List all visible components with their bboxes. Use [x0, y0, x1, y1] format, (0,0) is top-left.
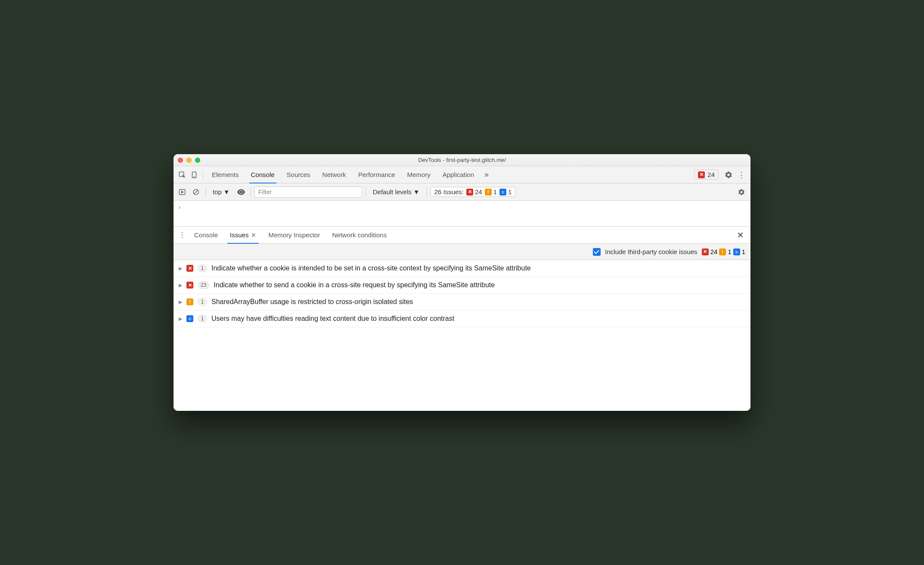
- tab-memory[interactable]: Memory: [401, 166, 437, 183]
- log-levels-selector[interactable]: Default levels ▼: [369, 188, 423, 196]
- drawer-tab-strip: ⋮ Console Issues ✕ Memory Inspector Netw…: [174, 227, 750, 244]
- issue-row[interactable]: ▶ ✕ 23 Indicate whether to send a cookie…: [174, 277, 750, 294]
- issue-count: 23: [198, 281, 209, 289]
- kebab-menu-icon[interactable]: ⋮: [735, 170, 748, 180]
- live-expression-icon[interactable]: [235, 186, 247, 198]
- drawer-tab-memory-inspector[interactable]: Memory Inspector: [262, 227, 326, 243]
- issue-row[interactable]: ▶ ✕ 1 Indicate whether a cookie is inten…: [174, 260, 750, 277]
- tab-elements[interactable]: Elements: [206, 166, 245, 183]
- zoom-window-button[interactable]: [195, 158, 200, 163]
- tab-label: Memory: [407, 171, 431, 178]
- separator: [203, 170, 203, 180]
- warning-chip[interactable]: !1: [719, 248, 731, 255]
- titlebar: DevTools - first-party-test.glitch.me/: [174, 154, 750, 166]
- warning-icon: !: [485, 189, 492, 196]
- chevron-down-icon: ▼: [413, 188, 420, 196]
- error-count: 24: [475, 188, 482, 196]
- close-drawer-icon[interactable]: ✕: [733, 230, 748, 240]
- context-label: top: [213, 188, 222, 196]
- tab-label: Application: [443, 171, 474, 178]
- drawer-tab-network-conditions[interactable]: Network conditions: [326, 227, 393, 243]
- issue-title: Indicate whether a cookie is intended to…: [211, 264, 745, 272]
- tab-performance[interactable]: Performance: [352, 166, 401, 183]
- separator: [427, 187, 427, 197]
- error-icon: ✕: [186, 282, 193, 289]
- tab-application[interactable]: Application: [437, 166, 480, 183]
- disclosure-icon: ▶: [179, 299, 182, 305]
- error-icon: ✕: [186, 265, 193, 272]
- issue-count: 1: [198, 315, 207, 323]
- issue-title: SharedArrayBuffer usage is restricted to…: [211, 298, 745, 306]
- drawer-tab-console[interactable]: Console: [188, 227, 224, 243]
- checkbox-label: Include third-party cookie issues: [605, 248, 697, 255]
- device-toolbar-icon[interactable]: [188, 169, 200, 181]
- drawer-tab-issues[interactable]: Issues ✕: [224, 227, 262, 243]
- error-icon: ✕: [698, 171, 705, 178]
- info-icon: ≡: [499, 189, 506, 196]
- disclosure-icon: ▶: [179, 316, 182, 322]
- warning-icon: !: [186, 298, 193, 305]
- disclosure-icon: ▶: [179, 266, 182, 271]
- issues-summary[interactable]: 26 Issues: ✕24 !1 ≡1: [431, 187, 516, 197]
- tab-label: Console: [251, 171, 275, 178]
- warning-icon: !: [719, 248, 726, 255]
- warning-count: 1: [493, 188, 497, 196]
- svg-point-7: [239, 190, 242, 193]
- tab-label: Performance: [358, 171, 395, 178]
- issue-row[interactable]: ▶ ≡ 1 Users may have difficulties readin…: [174, 310, 750, 327]
- include-third-party-checkbox[interactable]: [593, 248, 601, 256]
- filter-input[interactable]: [254, 186, 362, 198]
- drawer-kebab-icon[interactable]: ⋮: [176, 231, 188, 239]
- devtools-window: DevTools - first-party-test.glitch.me/ E…: [174, 154, 750, 411]
- issues-summary-label: 26 Issues:: [434, 188, 464, 196]
- info-chip[interactable]: ≡1: [733, 248, 745, 255]
- error-icon: ✕: [466, 189, 473, 196]
- error-icon: ✕: [702, 248, 709, 255]
- error-chip[interactable]: ✕24: [702, 248, 718, 255]
- settings-gear-icon[interactable]: [722, 171, 735, 179]
- issues-list: ▶ ✕ 1 Indicate whether a cookie is inten…: [174, 260, 750, 411]
- issue-title: Users may have difficulties reading text…: [211, 315, 745, 323]
- issue-count: 1: [198, 298, 207, 306]
- chevron-down-icon: ▼: [223, 188, 230, 196]
- context-selector[interactable]: top ▼: [209, 187, 233, 196]
- error-count: 24: [710, 248, 718, 255]
- issue-count: 1: [198, 264, 207, 272]
- tab-console[interactable]: Console: [245, 166, 281, 183]
- main-tab-strip: Elements Console Sources Network Perform…: [174, 166, 750, 183]
- clear-console-icon[interactable]: [190, 186, 202, 198]
- window-title: DevTools - first-party-test.glitch.me/: [174, 157, 750, 163]
- top-error-badge[interactable]: ✕ 24: [694, 170, 719, 180]
- tab-sources[interactable]: Sources: [281, 166, 316, 183]
- info-icon: ≡: [186, 315, 193, 322]
- tab-label: Sources: [287, 171, 310, 178]
- close-tab-icon[interactable]: ✕: [251, 232, 256, 239]
- warning-count: 1: [728, 248, 731, 255]
- info-count: 1: [742, 248, 745, 255]
- tab-label: Network conditions: [332, 231, 387, 239]
- error-count: 24: [707, 171, 715, 178]
- disclosure-icon: ▶: [179, 282, 182, 288]
- console-settings-icon[interactable]: [735, 188, 748, 196]
- issues-filter-counts: ✕24 !1 ≡1: [702, 248, 745, 255]
- more-tabs-button[interactable]: »: [480, 170, 493, 179]
- console-toolbar: top ▼ Default levels ▼ 26 Issues: ✕24 !1…: [174, 183, 750, 201]
- svg-marker-4: [182, 191, 183, 193]
- tab-network[interactable]: Network: [316, 166, 352, 183]
- tab-label: Console: [194, 231, 218, 239]
- toggle-sidebar-icon[interactable]: [176, 186, 188, 198]
- info-count: 1: [508, 188, 512, 196]
- minimize-window-button[interactable]: [186, 158, 192, 163]
- issue-row[interactable]: ▶ ! 1 SharedArrayBuffer usage is restric…: [174, 294, 750, 310]
- issue-title: Indicate whether to send a cookie in a c…: [214, 281, 745, 289]
- tab-label: Elements: [212, 171, 239, 178]
- tab-label: Network: [322, 171, 346, 178]
- issues-filter-bar: Include third-party cookie issues ✕24 !1…: [174, 244, 750, 260]
- console-prompt: ›: [178, 204, 181, 211]
- traffic-lights: [178, 158, 200, 163]
- console-body[interactable]: ›: [174, 201, 750, 227]
- inspect-icon[interactable]: [176, 169, 188, 181]
- tab-label: Memory Inspector: [268, 231, 320, 239]
- separator: [366, 187, 366, 197]
- close-window-button[interactable]: [178, 158, 183, 163]
